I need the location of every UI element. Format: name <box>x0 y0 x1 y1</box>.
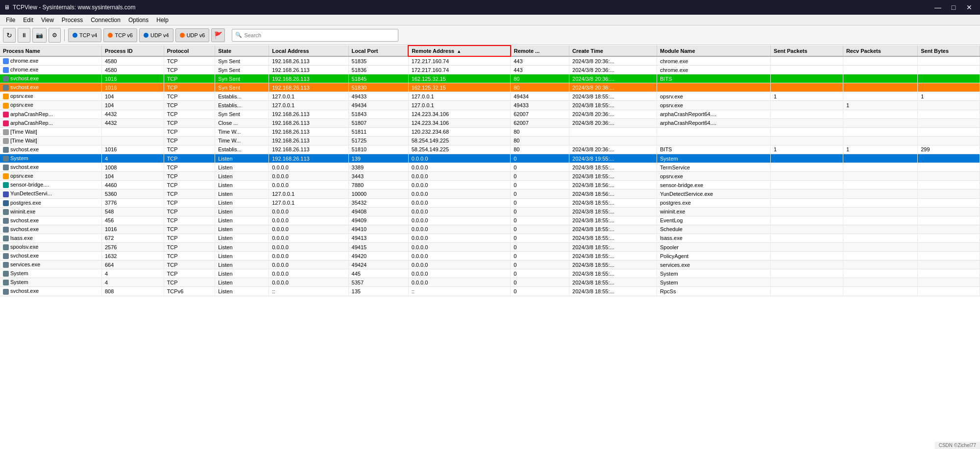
cell-remote-port: 80 <box>511 127 569 136</box>
cell-remote-addr: 0.0.0.0 <box>408 216 511 225</box>
cell-local-addr: 0.0.0.0 <box>269 225 348 234</box>
menu-view[interactable]: View <box>37 16 58 24</box>
col-create-time[interactable]: Create Time <box>569 46 657 56</box>
menu-options[interactable]: Options <box>124 16 152 24</box>
cell-local-port: 49408 <box>348 207 408 216</box>
table-row[interactable]: arphaCrashRep...4432TCPSyn Sent192.168.2… <box>0 110 980 118</box>
table-row[interactable]: arphaCrashRep...4432TCPClose ...192.168.… <box>0 118 980 127</box>
menu-connection[interactable]: Connection <box>87 16 124 24</box>
table-row[interactable]: postgres.exe3776TCPListen127.0.0.1354320… <box>0 198 980 207</box>
col-remote-address[interactable]: Remote Address ▲ <box>408 46 511 56</box>
table-row[interactable]: svchost.exe1016TCPEstablis...192.168.26.… <box>0 145 980 154</box>
status-bar: CSDN ©Zichel77 <box>935 442 980 449</box>
cell-local-port: 5357 <box>348 278 408 287</box>
refresh-button[interactable]: ↻ <box>3 28 16 43</box>
table-row[interactable]: lsass.exe672TCPListen0.0.0.0494130.0.0.0… <box>0 234 980 242</box>
table-row[interactable]: opsrv.exe104TCPEstablis...127.0.0.149433… <box>0 92 980 101</box>
cell-remote-addr: 172.217.160.74 <box>408 66 511 74</box>
cell-local-port: 51836 <box>348 66 408 74</box>
col-remote-port[interactable]: Remote ... <box>511 46 569 56</box>
tcpv4-button[interactable]: TCP v4 <box>68 28 101 42</box>
col-module-name[interactable]: Module Name <box>657 46 771 56</box>
table-row[interactable]: [Time Wait]TCPTime W...192.168.26.113518… <box>0 127 980 136</box>
table-row[interactable]: System4TCPListen0.0.0.04450.0.0.002024/3… <box>0 269 980 278</box>
table-row[interactable]: sensor-bridge....4460TCPListen0.0.0.0788… <box>0 181 980 189</box>
table-row[interactable]: svchost.exe1016TCPListen0.0.0.0494100.0.… <box>0 225 980 234</box>
table-row[interactable]: svchost.exe1016TCPSyn Sent192.168.26.113… <box>0 83 980 92</box>
cell-pid: 5360 <box>101 189 164 198</box>
table-row[interactable]: YunDetectServi...5360TCPListen127.0.0.11… <box>0 189 980 198</box>
menu-process[interactable]: Process <box>58 16 87 24</box>
cell-sent-packets <box>771 56 843 66</box>
cell-module: Spooler <box>657 242 771 251</box>
cell-state: Listen <box>215 278 269 287</box>
flag-button[interactable]: 🚩 <box>211 28 225 42</box>
table-row[interactable]: svchost.exe808TCPv6Listen::135::02024/3/… <box>0 287 980 296</box>
cell-local-addr: 192.168.26.113 <box>269 136 348 145</box>
cell-pid: 4 <box>101 278 164 287</box>
cell-pid: 548 <box>101 207 164 216</box>
settings-button[interactable]: ⚙ <box>49 28 61 43</box>
cell-state: Syn Sent <box>215 66 269 74</box>
col-state[interactable]: State <box>215 46 269 56</box>
cell-sent-bytes <box>918 287 980 296</box>
table-row[interactable]: System4TCPListen0.0.0.053570.0.0.002024/… <box>0 278 980 287</box>
col-process-name[interactable]: Process Name <box>0 46 101 56</box>
table-row[interactable]: opsrv.exe104TCPEstablis...127.0.0.149434… <box>0 101 980 110</box>
close-button[interactable]: ✕ <box>962 2 976 12</box>
cell-local-addr: 0.0.0.0 <box>269 252 348 260</box>
udpv4-button[interactable]: UDP v4 <box>139 28 173 42</box>
menu-help[interactable]: Help <box>152 16 172 24</box>
col-process-id[interactable]: Process ID <box>101 46 164 56</box>
table-row[interactable]: System4TCPListen192.168.26.1131390.0.0.0… <box>0 154 980 163</box>
cell-create-time: 2024/3/8 19:55:... <box>569 154 657 163</box>
cell-module: arphaCrashReport64.... <box>657 110 771 118</box>
cell-local-port: 49433 <box>348 92 408 101</box>
cell-remote-port: 0 <box>511 260 569 269</box>
table-row[interactable]: svchost.exe1008TCPListen0.0.0.033890.0.0… <box>0 163 980 172</box>
cell-recv-packets <box>843 225 917 234</box>
cell-sent-bytes <box>918 181 980 189</box>
cell-protocol: TCP <box>164 83 215 92</box>
table-row[interactable]: services.exe664TCPListen0.0.0.0494240.0.… <box>0 260 980 269</box>
table-row[interactable]: opsrv.exe104TCPListen0.0.0.034430.0.0.00… <box>0 172 980 181</box>
cell-remote-addr: 0.0.0.0 <box>408 189 511 198</box>
col-recv-packets[interactable]: Recv Packets <box>843 46 917 56</box>
col-local-address[interactable]: Local Address <box>269 46 348 56</box>
udpv6-button[interactable]: UDP v6 <box>175 28 210 42</box>
table-row[interactable]: svchost.exe1632TCPListen0.0.0.0494200.0.… <box>0 252 980 260</box>
pause-button[interactable]: ⏸ <box>18 28 30 43</box>
table-row[interactable]: chrome.exe4580TCPSyn Sent192.168.26.1135… <box>0 56 980 66</box>
table-row[interactable]: chrome.exe4580TCPSyn Sent192.168.26.1135… <box>0 66 980 74</box>
table-row[interactable]: [Time Wait]TCPTime W...192.168.26.113517… <box>0 136 980 145</box>
table-row[interactable]: spoolsv.exe2576TCPListen0.0.0.0494150.0.… <box>0 242 980 251</box>
refresh-icon: ↻ <box>6 31 12 39</box>
cell-sent-packets <box>771 74 843 83</box>
col-sent-bytes[interactable]: Sent Bytes <box>918 46 980 56</box>
table-row[interactable]: wininit.exe548TCPListen0.0.0.0494080.0.0… <box>0 207 980 216</box>
screenshot-button[interactable]: 📷 <box>32 28 47 43</box>
cell-remote-port: 80 <box>511 74 569 83</box>
cell-recv-packets <box>843 278 917 287</box>
minimize-button[interactable]: — <box>931 2 945 12</box>
cell-create-time: 2024/3/8 18:55:... <box>569 216 657 225</box>
cell-protocol: TCP <box>164 92 215 101</box>
cell-module: wininit.exe <box>657 207 771 216</box>
cell-sent-bytes <box>918 278 980 287</box>
cell-local-port: 51811 <box>348 127 408 136</box>
col-sent-packets[interactable]: Sent Packets <box>771 46 843 56</box>
table-row[interactable]: svchost.exe456TCPListen0.0.0.0494090.0.0… <box>0 216 980 225</box>
cell-process-name: svchost.exe <box>0 145 101 154</box>
col-local-port[interactable]: Local Port <box>348 46 408 56</box>
table-row[interactable]: svchost.exe1016TCPSyn Sent192.168.26.113… <box>0 74 980 83</box>
col-protocol[interactable]: Protocol <box>164 46 215 56</box>
title-bar-controls: — □ ✕ <box>931 2 976 12</box>
menu-file[interactable]: File <box>2 16 19 24</box>
search-input[interactable] <box>244 32 395 38</box>
maximize-button[interactable]: □ <box>947 2 960 12</box>
cell-local-addr: 0.0.0.0 <box>269 269 348 278</box>
menu-edit[interactable]: Edit <box>19 16 37 24</box>
cell-local-addr: 0.0.0.0 <box>269 278 348 287</box>
tcpv6-button[interactable]: TCP v6 <box>103 28 137 42</box>
cell-module <box>657 136 771 145</box>
